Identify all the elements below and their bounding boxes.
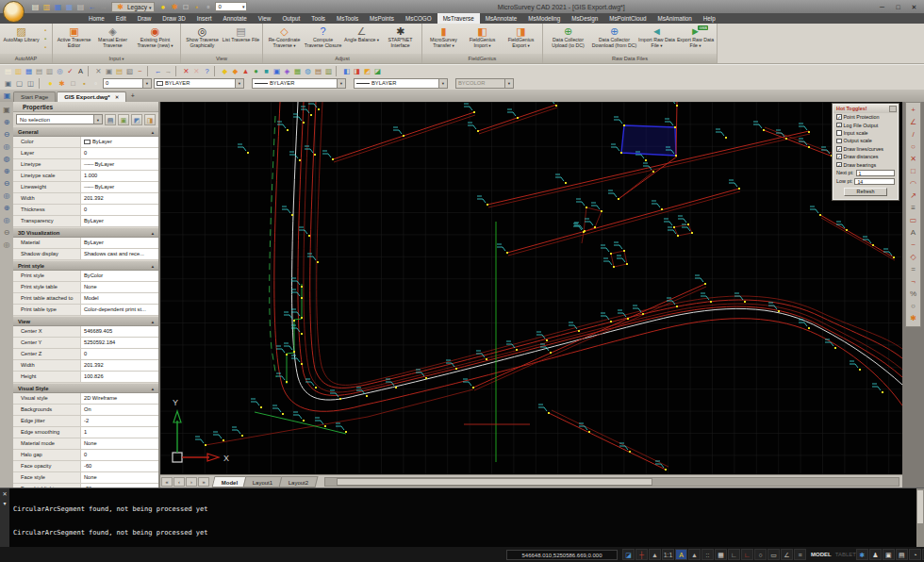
properties-toggle-icon[interactable]: ≡	[794, 549, 806, 560]
fieldgenius-export-button[interactable]: ◨ FieldGenius Export	[502, 25, 540, 54]
delete-icon[interactable]: ✕	[181, 66, 191, 76]
select3-icon[interactable]: ◫	[25, 78, 36, 89]
compute-traverse-closure-button[interactable]: ? Compute Traverse Closure	[304, 25, 342, 54]
draw-pline-icon[interactable]: ▭	[908, 215, 919, 226]
explode-icon[interactable]: ✱	[908, 313, 919, 324]
section-general[interactable]: General	[13, 126, 158, 137]
draw-point-icon[interactable]: +	[908, 105, 919, 116]
new-icon[interactable]: ▤	[3, 66, 13, 76]
prev-layout-button[interactable]: ‹	[173, 477, 185, 487]
tool1-icon[interactable]: ◆	[220, 66, 230, 76]
input-scale-checkbox[interactable]	[836, 130, 842, 136]
layout-tab-layout2[interactable]: Layout2	[278, 476, 318, 488]
show-traverse-graphically-button[interactable]: ◎ Show Traverse Graphically	[183, 25, 222, 54]
brush-icon[interactable]: ~	[135, 66, 145, 76]
undo-icon[interactable]: ←	[87, 2, 97, 12]
box-icon[interactable]: □	[180, 2, 190, 12]
model-space-toggle[interactable]: MODEL	[811, 552, 832, 557]
browser1-icon[interactable]: ◧	[341, 66, 352, 76]
spellcheck-icon[interactable]: ✓	[65, 66, 75, 76]
find-icon[interactable]: ◎	[55, 66, 65, 76]
log-file-output-checkbox[interactable]	[836, 123, 842, 128]
settings-gear-icon[interactable]: ✱	[856, 549, 868, 560]
tablet-toggle[interactable]: TABLET	[835, 552, 856, 557]
layer-on-icon[interactable]: ●	[45, 78, 56, 89]
color-combo[interactable]: BYLAYER	[154, 78, 244, 89]
polar-icon[interactable]: ∟	[741, 549, 753, 560]
layers-icon[interactable]: ▤	[896, 549, 908, 560]
layer-lock-icon[interactable]: ▪	[79, 78, 90, 89]
polygon-icon[interactable]: ◇	[908, 252, 919, 263]
redo-icon[interactable]: →	[98, 2, 108, 12]
lock-icon[interactable]: ▪	[191, 2, 202, 12]
draw-rect-icon[interactable]: □	[908, 166, 919, 177]
group-label-view[interactable]: View	[181, 54, 262, 63]
dyn-ucs-icon[interactable]: ◪	[622, 549, 635, 560]
list-traverse-file-button[interactable]: ▤ List Traverse File	[222, 25, 260, 54]
zoom-window-icon[interactable]: ◎	[2, 141, 12, 152]
tool11-icon[interactable]: ▥	[323, 66, 334, 76]
microsurvey-logo-icon[interactable]	[3, 1, 25, 23]
open-icon[interactable]: ▥	[13, 66, 24, 76]
tool3-icon[interactable]: ▲	[240, 66, 251, 76]
ptoggle-icon[interactable]: ▤	[105, 114, 116, 125]
automap-opt1-icon[interactable]: ▪	[41, 26, 49, 34]
match-props-icon[interactable]: ▧	[124, 66, 135, 76]
grid-icon[interactable]: ▦	[715, 549, 727, 560]
trim-icon[interactable]: ¬	[908, 276, 919, 288]
paste-icon[interactable]: ▤	[114, 66, 124, 76]
scale-1-1-icon[interactable]: 1:1	[662, 549, 674, 560]
browser4-icon[interactable]: ◪	[372, 66, 383, 76]
copy-icon[interactable]: ▣	[104, 66, 114, 76]
tab-mscogo[interactable]: MsCOGO	[400, 13, 437, 24]
tab-draw3d[interactable]: Draw 3D	[157, 13, 191, 24]
tab-annotate[interactable]: Annotate	[218, 13, 253, 24]
scrollbar-thumb[interactable]	[917, 490, 923, 522]
automap-library-button[interactable]: ▨ AutoMap Library	[2, 25, 41, 54]
otrack-icon[interactable]: ○	[754, 549, 767, 560]
starnet-interface-button[interactable]: ✱ STAR*NET Interface	[381, 25, 420, 54]
draw-bearings-checkbox[interactable]	[836, 162, 842, 168]
linetype-combo[interactable]: BYLAYER	[252, 78, 346, 89]
delete-dim-icon[interactable]: ✕	[191, 66, 202, 76]
close-tab-icon[interactable]: ✕	[115, 92, 120, 102]
pan-icon[interactable]: ▣	[2, 105, 12, 115]
active-traverse-editor-button[interactable]: ▣ Active Traverse Editor	[55, 25, 93, 54]
draw-lines-curves-checkbox[interactable]	[836, 146, 842, 152]
tab-output[interactable]: Output	[276, 13, 305, 24]
refresh-button[interactable]: Refresh	[844, 188, 887, 196]
tool10-icon[interactable]: ▤	[313, 66, 323, 76]
tab-mspointcloud[interactable]: MsPointCloud	[603, 13, 652, 24]
tab-edit[interactable]: Edit	[110, 13, 132, 24]
font-icon[interactable]: A	[75, 66, 86, 76]
text-tool-icon[interactable]: A	[908, 227, 919, 239]
recoordinate-traverse-button[interactable]: ◇ Re-Coordinate Traverse	[265, 25, 304, 54]
tool9-icon[interactable]: ◍	[303, 66, 313, 76]
close-button[interactable]: ✕	[907, 2, 921, 12]
drawing-canvas[interactable]: Y X	[160, 102, 902, 474]
help-icon[interactable]: ?	[202, 66, 212, 76]
angle-display-icon[interactable]: ∠	[781, 549, 793, 560]
save-all-icon[interactable]: ▦	[64, 2, 74, 12]
zoom-prev-icon[interactable]: ⊕	[2, 166, 12, 176]
section-print-style[interactable]: Print style	[13, 260, 158, 271]
zoom-center-icon[interactable]: ◎	[2, 190, 12, 201]
snap-icon[interactable]: ::	[701, 549, 714, 560]
tab-msmodeling[interactable]: MsModeling	[522, 13, 566, 24]
export-raw-data-file-button[interactable]: ►GSB Export Raw Data File	[676, 25, 715, 54]
clock-icon[interactable]: ◔	[909, 549, 921, 560]
draw-leader-icon[interactable]: ↗	[908, 190, 919, 202]
layer-freeze-icon[interactable]: □	[68, 78, 78, 89]
command-history[interactable]: CircularArcSegment found, not being proc…	[9, 488, 916, 547]
zoom-scale-icon[interactable]: ⊖	[2, 178, 12, 189]
draw-hatch-icon[interactable]: ≡	[908, 203, 919, 214]
view-back-icon[interactable]: ⊖	[2, 227, 12, 238]
zoom-all-icon[interactable]: ◎	[2, 215, 12, 225]
hot-toggles-menu-button[interactable]	[889, 106, 897, 112]
section-3d-visualization[interactable]: 3D Visualization	[13, 227, 158, 238]
tab-msdesign[interactable]: MsDesign	[566, 13, 603, 24]
tab-insert[interactable]: Insert	[191, 13, 218, 24]
tab-start-page[interactable]: Start Page	[13, 91, 56, 102]
automap-opt3-icon[interactable]: ▪	[41, 43, 49, 51]
group-label-adjust[interactable]: Adjust	[263, 54, 421, 63]
